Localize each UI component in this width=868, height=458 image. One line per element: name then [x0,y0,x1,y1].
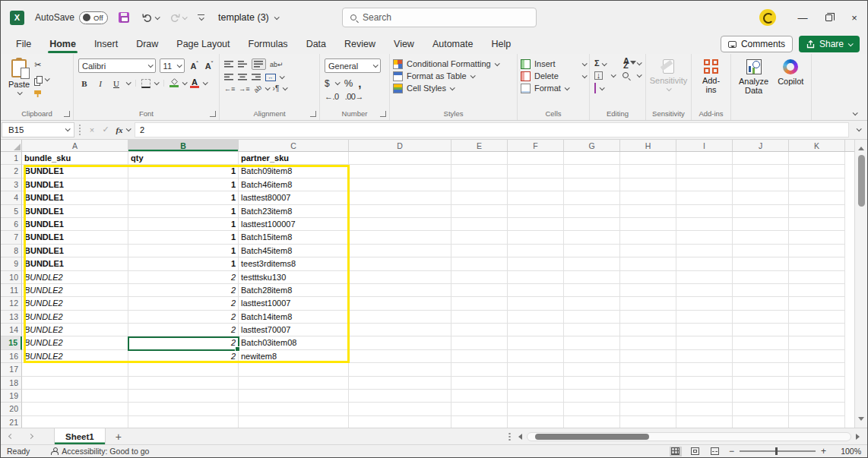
cell[interactable] [620,297,676,310]
zoom-in-button[interactable]: + [821,446,826,456]
enter-icon[interactable]: ✓ [99,125,112,134]
clear-button[interactable] [594,84,596,93]
cell[interactable] [451,271,508,284]
cell[interactable] [349,311,451,324]
font-color-button[interactable]: A [190,78,199,88]
cell[interactable] [789,257,845,270]
tab-splitter-handle[interactable] [508,432,511,441]
cell[interactable]: Batch09item8 [239,165,349,178]
cell[interactable] [349,152,451,165]
close-button[interactable]: × [841,1,867,34]
cell[interactable] [564,257,620,270]
cell[interactable] [451,350,508,363]
document-title[interactable]: template (3) [218,12,278,23]
cell[interactable]: 1 [128,191,239,204]
cell[interactable] [451,377,508,390]
cell[interactable] [239,403,349,415]
accessibility-status[interactable]: Accessibility: Good to go [51,447,149,456]
cell[interactable] [239,377,349,390]
cell[interactable] [620,311,676,324]
cell[interactable] [239,390,349,403]
row-header-13[interactable]: 13 [1,311,22,324]
addins-button[interactable]: Add-ins [695,58,727,96]
vertical-scrollbar[interactable] [854,140,867,428]
row-header-10[interactable]: 10 [1,271,22,284]
cell[interactable]: BUNDLE1 [22,191,128,204]
cell[interactable] [676,165,733,178]
increase-decimal-icon[interactable]: ←.0 [325,92,339,101]
cell[interactable] [564,271,620,284]
cell[interactable]: 1 [128,218,239,231]
quick-access-customize-button[interactable] [198,14,204,21]
cell[interactable]: Batch03item08 [239,336,349,349]
cell-styles-button[interactable]: Cell Styles [393,82,514,94]
fill-color-chevron-icon[interactable] [182,80,188,85]
cell[interactable] [564,245,620,257]
account-avatar[interactable] [759,9,776,26]
cell[interactable] [451,152,508,165]
select-all-corner[interactable] [1,140,22,151]
merge-center-icon[interactable]: ↔ [265,74,276,81]
zoom-out-button[interactable]: − [729,446,734,456]
cell[interactable]: 2 [128,336,239,349]
cell[interactable] [789,403,845,415]
cell[interactable] [733,390,789,403]
cell[interactable] [239,363,349,376]
cell[interactable]: Batch28item8 [239,284,349,297]
merge-chevron-icon[interactable] [280,74,285,79]
cell[interactable] [564,205,620,218]
cell[interactable] [508,403,564,415]
cell[interactable] [676,350,733,363]
cell[interactable] [128,363,239,376]
cell[interactable] [22,363,128,376]
excel-logo-icon[interactable]: X [10,11,24,25]
cell[interactable] [451,363,508,376]
cell[interactable] [451,165,508,178]
underline-button[interactable]: U [110,79,122,88]
cell[interactable] [508,363,564,376]
tab-insert[interactable]: Insert [85,34,127,54]
row-header-18[interactable]: 18 [1,377,22,390]
cell[interactable] [349,205,451,218]
borders-icon[interactable] [141,79,150,88]
cell[interactable]: BUNDLE1 [22,165,128,178]
cell[interactable]: BUNDLE2 [22,324,128,336]
cell[interactable] [676,390,733,403]
copy-button[interactable] [34,74,49,85]
cell[interactable] [620,218,676,231]
cell[interactable] [620,152,676,165]
cell[interactable] [620,403,676,415]
cell[interactable] [128,390,239,403]
page-break-view-button[interactable] [709,447,721,456]
cell[interactable] [733,311,789,324]
undo-button[interactable] [142,13,159,22]
previous-sheet-button[interactable] [1,428,21,444]
cell[interactable] [564,416,620,428]
tab-file[interactable]: File [7,34,40,54]
cell[interactable] [508,218,564,231]
row-header-11[interactable]: 11 [1,284,22,297]
cell[interactable] [22,403,128,415]
delete-cells-button[interactable]: Delete [521,70,586,82]
search-input[interactable]: Search [342,8,537,27]
number-dialog-launcher-icon[interactable] [380,111,386,117]
cell[interactable] [620,165,676,178]
font-dialog-launcher-icon[interactable] [210,111,216,117]
font-size-select[interactable]: 11 [160,58,185,73]
page-layout-view-button[interactable] [689,447,702,456]
insert-function-icon[interactable]: fx [112,125,126,134]
cell[interactable] [789,271,845,284]
cell[interactable] [789,231,845,244]
cell[interactable] [620,178,676,191]
copilot-button[interactable]: Copilot [773,58,808,96]
cell[interactable] [620,271,676,284]
cell[interactable] [733,245,789,257]
row-header-21[interactable]: 21 [1,416,22,428]
column-header-B[interactable]: B [128,140,239,151]
cell[interactable] [564,403,620,415]
cell[interactable] [620,245,676,257]
cell[interactable] [564,218,620,231]
cell[interactable]: 2 [128,297,239,310]
row-header-19[interactable]: 19 [1,390,22,403]
cell[interactable] [349,416,451,428]
